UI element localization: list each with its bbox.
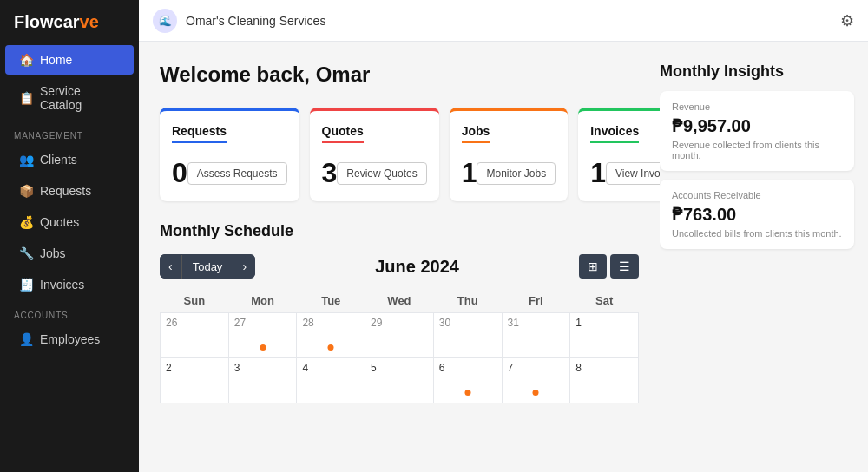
table-row: 31 — [502, 313, 570, 358]
calendar-prev-button[interactable]: ‹ — [160, 254, 181, 279]
stat-number-jobs: 1 — [462, 157, 477, 189]
sidebar-item-label: Invoices — [40, 278, 84, 292]
insight-value-revenue: ₱9,957.00 — [672, 115, 842, 136]
app-name: Flowcarve — [14, 12, 99, 32]
cal-dot — [260, 344, 266, 351]
calendar-day-thu: Thu — [433, 289, 502, 313]
view-invoices-button[interactable]: View Invoices — [606, 162, 660, 185]
stat-body-jobs: 1 Monitor Jobs — [462, 157, 556, 189]
sidebar: Flowcarve 🏠 Home 📋 Service Catalog MANAG… — [0, 0, 139, 472]
content-area: Welcome back, Omar Requests 0 Assess Req… — [139, 42, 868, 472]
left-content: Welcome back, Omar Requests 0 Assess Req… — [139, 42, 660, 472]
insight-card-revenue: Revenue ₱9,957.00 Revenue collected from… — [660, 91, 854, 171]
sidebar-item-clients[interactable]: 👥 Clients — [5, 145, 134, 174]
table-row: 8 — [570, 358, 639, 403]
stat-number-invoices: 1 — [590, 157, 606, 189]
clients-icon: 👥 — [19, 153, 33, 167]
monitor-jobs-button[interactable]: Monitor Jobs — [477, 162, 556, 185]
requests-icon: 📦 — [19, 184, 33, 198]
stat-label-quotes: Quotes — [322, 124, 364, 143]
stat-body-quotes: 3 Review Quotes — [322, 157, 427, 189]
sidebar-item-employees[interactable]: 👤 Employees — [5, 324, 134, 354]
calendar-today-label: Today — [181, 255, 234, 279]
calendar-view-buttons: ⊞ ☰ — [579, 254, 639, 279]
schedule-title: Monthly Schedule — [160, 222, 639, 240]
sidebar-item-service-catalog[interactable]: 📋 Service Catalog — [5, 76, 134, 120]
sidebar-item-quotes[interactable]: 💰 Quotes — [5, 207, 134, 237]
header-company-info: 🌊 Omar's Cleaning Services — [153, 9, 326, 33]
top-header: 🌊 Omar's Cleaning Services ⚙ — [139, 0, 868, 42]
cal-dot — [533, 390, 539, 396]
insight-desc-revenue: Revenue collected from clients this mont… — [672, 140, 842, 161]
calendar-day-fri: Fri — [502, 289, 570, 313]
jobs-icon: 🔧 — [19, 246, 33, 260]
company-logo: 🌊 — [153, 9, 177, 33]
calendar-day-mon: Mon — [228, 289, 297, 313]
invoices-icon: 🧾 — [19, 278, 33, 292]
insights-title: Monthly Insights — [660, 62, 854, 81]
table-row: 27 — [228, 313, 297, 358]
main-area: 🌊 Omar's Cleaning Services ⚙ Welcome bac… — [139, 0, 868, 472]
assess-requests-button[interactable]: Assess Requests — [187, 162, 287, 185]
table-row: 29 — [365, 313, 434, 358]
calendar-month-label: June 2024 — [375, 257, 459, 277]
company-name: Omar's Cleaning Services — [186, 14, 326, 28]
table-row: 28 — [297, 313, 365, 358]
stat-label-invoices: Invoices — [590, 124, 639, 143]
calendar-view-list-button[interactable]: ☰ — [610, 254, 639, 279]
settings-icon[interactable]: ⚙ — [840, 11, 854, 30]
sidebar-item-label: Jobs — [40, 246, 66, 260]
sidebar-item-home[interactable]: 🏠 Home — [5, 45, 134, 75]
service-catalog-icon: 📋 — [19, 91, 33, 105]
table-row: 26 — [161, 313, 229, 358]
stats-row: Requests 0 Assess Requests Quotes 3 Revi… — [160, 108, 639, 201]
table-row: 6 — [433, 358, 502, 403]
logo-highlight: ve — [80, 12, 99, 31]
sidebar-item-jobs[interactable]: 🔧 Jobs — [5, 239, 134, 268]
right-content: Monthly Insights Revenue ₱9,957.00 Reven… — [660, 42, 868, 472]
schedule-section: Monthly Schedule ‹ Today › June 2024 ⊞ ☰ — [160, 222, 639, 403]
stat-card-invoices: Invoices 1 View Invoices — [578, 108, 660, 201]
insight-value-ar: ₱763.00 — [672, 204, 842, 225]
calendar-day-tue: Tue — [297, 289, 365, 313]
table-row: 7 — [502, 358, 570, 403]
welcome-title: Welcome back, Omar — [160, 62, 639, 87]
app-logo: Flowcarve — [0, 0, 139, 44]
table-row: 2 — [161, 358, 229, 403]
cal-dot — [328, 344, 334, 351]
table-row: 3 — [228, 358, 297, 403]
stat-card-quotes: Quotes 3 Review Quotes — [310, 108, 439, 201]
sidebar-item-label: Requests — [40, 184, 91, 198]
sidebar-item-label: Quotes — [40, 215, 79, 229]
stat-body-requests: 0 Assess Requests — [172, 157, 287, 189]
sidebar-item-label: Service Catalog — [40, 84, 120, 112]
sidebar-item-label: Home — [40, 53, 72, 67]
calendar-day-sun: Sun — [161, 289, 229, 313]
sidebar-item-invoices[interactable]: 🧾 Invoices — [5, 270, 134, 299]
table-row: 30 — [433, 313, 502, 358]
quotes-icon: 💰 — [19, 215, 33, 229]
home-icon: 🏠 — [19, 53, 33, 67]
sidebar-item-requests[interactable]: 📦 Requests — [5, 176, 134, 206]
stat-number-requests: 0 — [172, 157, 187, 189]
insight-label-revenue: Revenue — [672, 102, 842, 112]
accounts-section-label: ACCOUNTS — [0, 300, 139, 324]
sidebar-item-label: Clients — [40, 153, 77, 167]
insight-desc-ar: Uncollected bills from clients this mont… — [672, 228, 842, 239]
calendar-next-button[interactable]: › — [233, 254, 255, 279]
table-row: 5 — [365, 358, 434, 403]
table-row: 1 — [570, 313, 639, 358]
review-quotes-button[interactable]: Review Quotes — [337, 162, 426, 185]
employees-icon: 👤 — [19, 332, 33, 346]
sidebar-item-label: Employees — [40, 332, 100, 346]
calendar-view-grid-button[interactable]: ⊞ — [579, 254, 607, 279]
stat-body-invoices: 1 View Invoices — [590, 157, 660, 189]
stat-label-jobs: Jobs — [462, 124, 490, 143]
insight-label-ar: Accounts Receivable — [672, 190, 842, 200]
stat-card-jobs: Jobs 1 Monitor Jobs — [450, 108, 569, 201]
stat-label-requests: Requests — [172, 124, 227, 143]
calendar-nav: ‹ Today › — [160, 254, 255, 279]
stat-card-requests: Requests 0 Assess Requests — [160, 108, 299, 201]
calendar-day-wed: Wed — [365, 289, 434, 313]
calendar-grid: Sun Mon Tue Wed Thu Fri Sat 26 — [160, 289, 639, 403]
